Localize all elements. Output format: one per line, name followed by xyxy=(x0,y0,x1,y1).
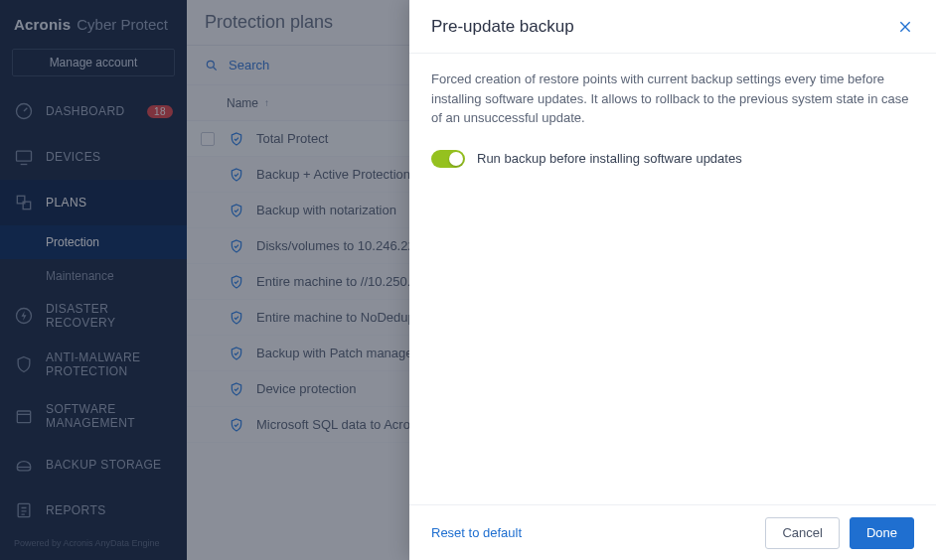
panel-header: Pre-update backup xyxy=(409,0,936,54)
panel-body: Forced creation of restore points with c… xyxy=(409,54,936,504)
done-label: Done xyxy=(866,525,897,540)
footer-buttons: Cancel Done xyxy=(765,517,914,549)
run-backup-toggle[interactable] xyxy=(431,150,465,168)
panel-description: Forced creation of restore points with c… xyxy=(431,70,914,128)
cancel-label: Cancel xyxy=(782,525,822,540)
reset-to-default-link[interactable]: Reset to default xyxy=(431,525,522,540)
panel-footer: Reset to default Cancel Done xyxy=(409,504,936,560)
toggle-label: Run backup before installing software up… xyxy=(477,151,742,166)
cancel-button[interactable]: Cancel xyxy=(765,517,839,549)
panel-title: Pre-update backup xyxy=(431,17,574,37)
toggle-knob xyxy=(449,152,463,166)
reset-label: Reset to default xyxy=(431,525,522,540)
done-button[interactable]: Done xyxy=(850,517,914,549)
close-icon xyxy=(897,19,913,35)
toggle-row: Run backup before installing software up… xyxy=(431,150,914,168)
pre-update-backup-panel: Pre-update backup Forced creation of res… xyxy=(409,0,936,560)
close-button[interactable] xyxy=(896,18,914,36)
